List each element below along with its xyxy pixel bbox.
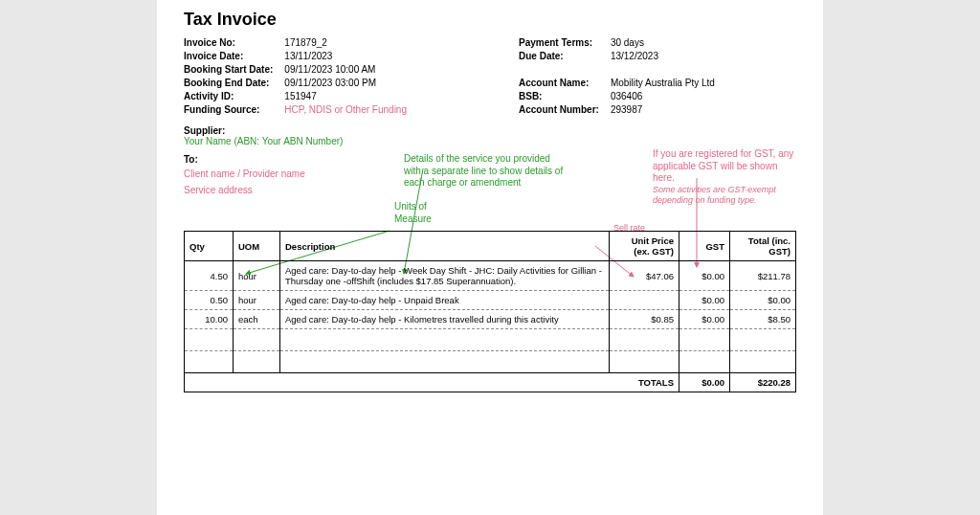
totals-gst: $0.00 bbox=[679, 373, 730, 392]
cell-desc: Aged care: Day-to-day help - Week Day Sh… bbox=[280, 261, 610, 291]
label-booking-end: Booking End Date: bbox=[184, 78, 273, 91]
table-row: 0.50 hour Aged care: Day-to-day help - U… bbox=[185, 291, 796, 310]
label-account-name: Account Name: bbox=[519, 78, 599, 91]
value-blank bbox=[611, 64, 715, 78]
annotation-gst-sub: Some activities are GST-exempt depending… bbox=[653, 185, 796, 207]
cell-gst: $0.00 bbox=[679, 291, 730, 310]
cell-gst: $0.00 bbox=[679, 310, 730, 329]
line-items-table: Qty UOM Description Unit Price (ex. GST)… bbox=[184, 231, 796, 392]
header-description: Description bbox=[280, 232, 610, 261]
table-row: 10.00 each Aged care: Day-to-day help - … bbox=[185, 310, 796, 329]
label-invoice-no: Invoice No: bbox=[184, 37, 273, 51]
value-payment-terms: 30 days bbox=[611, 37, 715, 51]
cell-unit: $0.85 bbox=[610, 310, 679, 329]
page-title: Tax Invoice bbox=[184, 10, 796, 30]
value-due-date: 13/12/2023 bbox=[611, 51, 715, 64]
meta-block: Invoice No: Invoice Date: Booking Start … bbox=[184, 37, 796, 118]
value-activity-id: 151947 bbox=[284, 91, 407, 104]
label-booking-start: Booking Start Date: bbox=[184, 64, 273, 78]
value-funding-source-note: HCP, NDIS or Other Funding bbox=[284, 104, 407, 118]
annotation-service-details: Details of the service you provided with… bbox=[404, 153, 567, 190]
annotation-gst-main: If you are registered for GST, any appli… bbox=[653, 148, 796, 185]
annotation-sell-rate: Sell rate bbox=[613, 223, 645, 233]
supplier-label: Supplier: bbox=[184, 125, 796, 136]
cell-qty: 10.00 bbox=[185, 310, 234, 329]
table-row: 4.50 hour Aged care: Day-to-day help - W… bbox=[185, 261, 796, 291]
cell-uom: hour bbox=[234, 261, 280, 291]
table-row-empty bbox=[185, 329, 796, 351]
to-client-name: Client name / Provider name bbox=[184, 168, 375, 179]
cell-total: $211.78 bbox=[730, 261, 796, 291]
value-invoice-date: 13/11/2023 bbox=[284, 51, 407, 64]
header-uom: UOM bbox=[234, 232, 280, 261]
supplier-note: Your Name (ABN: Your ABN Number) bbox=[184, 136, 796, 146]
cell-desc: Aged care: Day-to-day help - Kilometres … bbox=[280, 310, 610, 329]
label-due-date: Due Date: bbox=[519, 51, 599, 64]
label-account-number: Account Number: bbox=[519, 104, 599, 118]
value-account-number: 293987 bbox=[611, 104, 715, 118]
to-service-address: Service address bbox=[184, 185, 375, 195]
cell-unit bbox=[610, 291, 679, 310]
header-qty: Qty bbox=[185, 232, 234, 261]
meta-left-values: 171879_2 13/11/2023 09/11/2023 10:00 AM … bbox=[284, 37, 407, 118]
header-total: Total (inc. GST) bbox=[730, 232, 796, 261]
meta-left-labels: Invoice No: Invoice Date: Booking Start … bbox=[184, 37, 273, 118]
cell-uom: each bbox=[234, 310, 280, 329]
invoice-page: Tax Invoice Invoice No: Invoice Date: Bo… bbox=[157, 0, 823, 515]
cell-desc: Aged care: Day-to-day help - Unpaid Brea… bbox=[280, 291, 610, 310]
label-funding-source: Funding Source: bbox=[184, 104, 273, 118]
cell-total: $8.50 bbox=[730, 310, 796, 329]
header-gst: GST bbox=[679, 232, 730, 261]
cell-gst: $0.00 bbox=[679, 261, 730, 291]
header-unit-price: Unit Price (ex. GST) bbox=[610, 232, 679, 261]
label-bsb: BSB: bbox=[519, 91, 599, 104]
meta-right-labels: Payment Terms: Due Date: Account Name: B… bbox=[519, 37, 599, 118]
table-row-empty bbox=[185, 351, 796, 373]
label-activity-id: Activity ID: bbox=[184, 91, 273, 104]
value-account-name: Mobility Australia Pty Ltd bbox=[611, 78, 715, 91]
label-invoice-date: Invoice Date: bbox=[184, 51, 273, 64]
totals-label: TOTALS bbox=[185, 373, 679, 392]
cell-qty: 4.50 bbox=[185, 261, 234, 291]
cell-total: $0.00 bbox=[730, 291, 796, 310]
label-blank bbox=[519, 64, 599, 78]
annotation-gst: If you are registered for GST, any appli… bbox=[653, 148, 796, 206]
value-booking-end: 09/11/2023 03:00 PM bbox=[284, 78, 407, 91]
totals-total: $220.28 bbox=[730, 373, 796, 392]
to-label: To: bbox=[184, 154, 375, 165]
cell-uom: hour bbox=[234, 291, 280, 310]
value-bsb: 036406 bbox=[611, 91, 715, 104]
meta-right-values: 30 days 13/12/2023 Mobility Australia Pt… bbox=[611, 37, 715, 118]
cell-qty: 0.50 bbox=[185, 291, 234, 310]
cell-unit: $47.06 bbox=[610, 261, 679, 291]
value-invoice-no: 171879_2 bbox=[284, 37, 407, 51]
annotation-uom: Units of Measure bbox=[394, 201, 452, 225]
totals-row: TOTALS $0.00 $220.28 bbox=[185, 373, 796, 392]
label-payment-terms: Payment Terms: bbox=[519, 37, 599, 51]
value-booking-start: 09/11/2023 10:00 AM bbox=[284, 64, 407, 78]
